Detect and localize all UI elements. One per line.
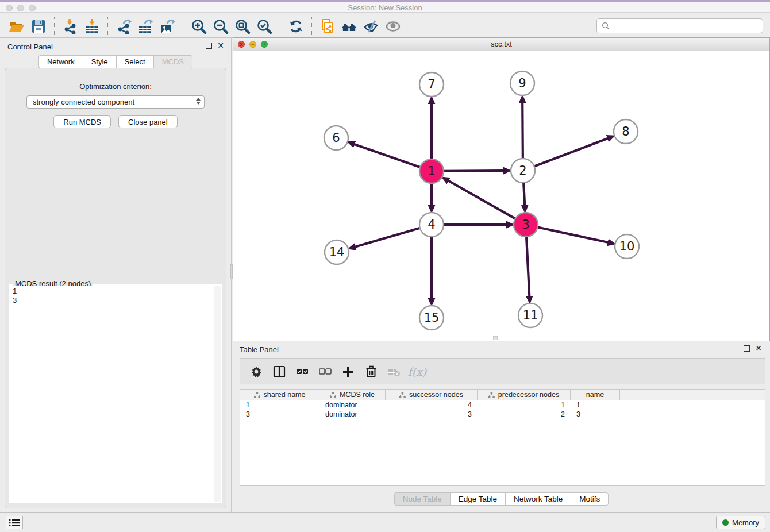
tab-select[interactable]: Select [116,55,153,68]
select-all-columns-button[interactable] [292,361,313,382]
graph-node-15[interactable]: 15 [419,306,444,330]
edge-1-to-6[interactable] [354,144,421,168]
network-canvas[interactable]: 7968124314101511 [233,51,769,341]
criterion-dropdown[interactable]: strongly connected component [26,95,205,109]
graph-node-4[interactable]: 4 [419,213,444,237]
unselect-all-columns-button[interactable] [315,361,336,382]
hide-selected-button[interactable] [360,17,382,36]
table-cell[interactable]: 3 [571,410,620,418]
graph-node-6[interactable]: 6 [324,126,348,150]
zoom-in-button[interactable] [188,17,210,36]
table-cell[interactable]: 1 [240,401,319,409]
column-header-shared-name[interactable]: shared name [240,390,319,400]
table-cell[interactable]: 1 [571,401,620,409]
table-row[interactable]: 3dominator323 [240,410,765,419]
table-cell[interactable]: 2 [478,410,571,418]
search-input[interactable] [613,22,758,30]
edge-2-to-8[interactable] [533,138,608,167]
zoom-out-icon [213,18,229,34]
result-scrollbar[interactable] [214,286,221,502]
import-table-icon [84,18,100,34]
toolbar-separator [183,17,183,36]
tab-edge-table[interactable]: Edge Table [450,492,505,506]
run-mcds-button[interactable]: Run MCDS [53,115,111,128]
graph-node-11[interactable]: 11 [518,303,542,327]
edge-2-to-3[interactable] [523,182,525,206]
first-neighbors-button[interactable] [338,17,360,36]
import-network-button[interactable] [59,17,81,36]
graph-node-1[interactable]: 1 [419,159,444,183]
new-network-from-selection-button[interactable] [317,17,338,36]
table-cell[interactable]: 1 [478,401,571,409]
zoom-out-button[interactable] [210,17,232,36]
tab-style[interactable]: Style [83,55,116,68]
tab-motifs[interactable]: Motifs [571,492,609,506]
show-column-panel-button[interactable] [269,361,290,382]
edge-3-to-1[interactable] [448,180,517,219]
column-header-name[interactable]: name [571,390,620,400]
node-label: 14 [329,245,345,259]
show-all-button[interactable] [382,17,404,36]
tab-network[interactable]: Network [38,55,83,68]
function-builder-button[interactable]: f(x) [407,361,428,382]
memory-button[interactable]: Memory [716,516,765,529]
save-session-button[interactable] [28,17,49,36]
close-panel-icon[interactable]: ✕ [217,43,224,49]
delete-columns-button[interactable] [361,361,382,382]
graph-node-10[interactable]: 10 [615,234,639,259]
table-settings-button[interactable] [246,361,267,382]
create-column-button[interactable] [338,361,359,382]
edge-4-to-14[interactable] [355,228,421,246]
column-header-predecessor-nodes[interactable]: predecessor nodes [478,390,571,400]
edge-1-to-2[interactable] [442,171,504,171]
column-type-icon [399,392,406,398]
graph-node-9[interactable]: 9 [510,71,534,95]
table-cell[interactable]: dominator [319,401,386,409]
graph-node-7[interactable]: 7 [419,72,444,97]
import-table-button[interactable] [81,17,103,36]
search-field[interactable] [596,18,763,33]
export-network-button[interactable] [113,17,134,36]
table-cell[interactable]: 3 [386,410,478,418]
zoom-selected-button[interactable] [253,17,275,36]
refresh-view-button[interactable] [285,17,307,36]
edge-3-to-10[interactable] [537,227,609,242]
graph-node-3[interactable]: 3 [514,213,538,237]
float-panel-icon[interactable] [206,43,212,49]
network-window-titlebar[interactable]: x − + scc.txt [233,38,769,51]
new-network-document-icon [319,18,336,34]
mcds-result-list[interactable]: 1 3 [10,286,214,502]
float-table-panel-icon[interactable] [744,345,750,352]
import-network-icon [62,18,78,34]
network-resize-grip[interactable] [493,336,498,340]
edge-3-to-11[interactable] [526,236,529,296]
status-bar: Memory [0,512,770,532]
tab-node-table[interactable]: Node Table [394,492,450,506]
table-cell[interactable]: dominator [319,410,386,418]
delete-table-button[interactable] [384,361,405,382]
network-graph[interactable]: 7968124314101511 [233,51,769,341]
task-history-button[interactable] [6,516,23,529]
node-label: 4 [428,218,435,232]
table-toolbar: f(x) [240,358,765,384]
graph-node-2[interactable]: 2 [511,159,535,183]
edge-2-to-9[interactable] [522,102,523,160]
export-image-button[interactable] [156,17,178,36]
graph-node-8[interactable]: 8 [614,119,638,144]
close-panel-button[interactable]: Close panel [118,115,178,128]
tab-network-table[interactable]: Network Table [505,492,571,506]
table-cell[interactable]: 3 [240,410,319,418]
export-table-button[interactable] [134,17,156,36]
main-titlebar: Session: New Session [0,0,770,13]
graph-node-14[interactable]: 14 [325,240,349,264]
column-header-MCDS-role[interactable]: MCDS role [319,390,386,400]
zoom-fit-button[interactable] [232,17,253,36]
table-cell[interactable]: 4 [386,401,478,409]
toolbar-separator [54,17,55,36]
close-table-panel-icon[interactable]: ✕ [755,345,762,352]
tab-mcds[interactable]: MCDS [153,55,192,68]
table-row[interactable]: 1dominator411 [240,400,765,410]
column-header-successor-nodes[interactable]: successor nodes [386,390,478,400]
control-panel: Control Panel ✕ Network Style Select MCD… [0,38,232,512]
open-session-button[interactable] [6,17,28,36]
